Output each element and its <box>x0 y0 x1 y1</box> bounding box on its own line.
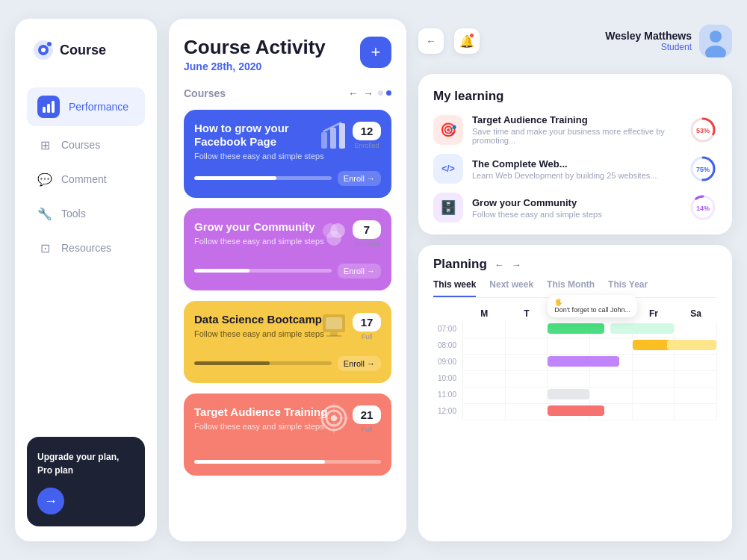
sidebar-item-tools[interactable]: 🔧 Tools <box>27 198 145 229</box>
prev-arrow-button[interactable]: ← <box>348 87 359 99</box>
sidebar-item-performance[interactable]: Performance <box>27 87 145 126</box>
notification-dot <box>469 33 474 38</box>
svg-point-13 <box>326 231 341 246</box>
card-illustration-community <box>315 216 353 256</box>
course-card-target[interactable]: Target Audience Training Follow these ea… <box>184 393 391 476</box>
svg-rect-15 <box>326 317 342 329</box>
user-role: Student <box>605 42 692 52</box>
count-label-datascience: Full <box>353 333 381 340</box>
time-1000: 10:00 <box>433 371 463 388</box>
nav-arrows: ← → <box>348 87 391 99</box>
tools-icon: 🔧 <box>37 206 52 221</box>
user-name: Wesley Matthews <box>605 30 692 42</box>
enroll-button-datascience[interactable]: Enroll → <box>338 356 381 371</box>
right-panel: ← 🔔 Wesley Matthews Student <box>418 19 732 541</box>
top-bar: ← 🔔 Wesley Matthews Student <box>418 19 732 63</box>
count-badge-fb: 12 <box>353 122 381 140</box>
planning-prev-button[interactable]: ← <box>495 259 504 270</box>
svg-text:14%: 14% <box>696 205 710 212</box>
cal-header-fr: Fr <box>633 305 675 322</box>
logo-icon <box>33 40 54 60</box>
cal-event-green-ext <box>610 323 675 334</box>
sidebar-item-resources[interactable]: ⊡ Resources <box>27 232 145 264</box>
course-card-datascience[interactable]: Data Science Bootcamp Follow these easy … <box>184 301 391 383</box>
notification-icon[interactable]: 🔔 <box>454 28 480 54</box>
time-0700: 07:00 <box>433 322 463 338</box>
svg-rect-4 <box>43 107 46 113</box>
learning-item-target[interactable]: 🎯 Target Audience Training Save time and… <box>433 114 717 145</box>
progress-fill-fb <box>194 176 276 180</box>
pagination-dots <box>378 90 391 96</box>
sidebar-item-courses[interactable]: ⊞ Courses <box>27 129 145 161</box>
learning-panel: My learning 🎯 Target Audience Training S… <box>418 74 732 234</box>
sidebar-logo: Course <box>27 40 145 60</box>
add-button[interactable]: + <box>360 37 391 68</box>
course-desc-datascience: Follow these easy and simple steps <box>194 329 324 338</box>
comment-icon: 💬 <box>37 172 52 187</box>
learning-item-community[interactable]: 🗄️ Grow your Community Follow these easy… <box>433 193 717 223</box>
back-button[interactable]: ← <box>418 28 444 54</box>
pro-plan-label: Pro plan <box>37 465 73 476</box>
time-0800: 08:00 <box>433 338 463 355</box>
course-card-community[interactable]: Grow your Community Follow these easy an… <box>184 208 391 290</box>
user-info: Wesley Matthews Student <box>605 25 732 57</box>
svg-text:75%: 75% <box>696 166 710 173</box>
progress-circle-webdev: 75% <box>689 155 717 183</box>
enroll-button-fb[interactable]: Enroll → <box>338 171 381 186</box>
count-label-target: Full <box>353 426 381 433</box>
svg-point-2 <box>41 48 46 52</box>
sidebar: Course Performance ⊞ Courses 💬 Comm <box>15 19 157 541</box>
next-arrow-button[interactable]: → <box>363 87 374 99</box>
nav-items: Performance ⊞ Courses 💬 Comment 🔧 Tools … <box>27 87 145 425</box>
learning-icon-community: 🗄️ <box>433 193 463 223</box>
course-desc-community: Follow these easy and simple steps <box>194 237 324 246</box>
course-name-fb: How to grow your Facebook Page <box>194 122 329 149</box>
performance-icon <box>37 96 60 118</box>
course-desc-fb: Follow these easy and simple steps <box>194 152 329 161</box>
dot-2 <box>386 90 391 96</box>
li-desc-community: Follow these easy and simple steps <box>472 210 680 219</box>
course-card-fb[interactable]: How to grow your Facebook Page Follow th… <box>184 110 391 198</box>
app-container: Course Performance ⊞ Courses 💬 Comm <box>15 19 732 541</box>
tab-this-week[interactable]: This week <box>433 279 476 297</box>
time-1200: 12:00 <box>433 404 463 420</box>
panel-title: Course Activity <box>184 37 326 58</box>
cal-event-green <box>548 323 604 334</box>
planning-title: Planning <box>433 257 487 272</box>
svg-point-24 <box>710 31 722 43</box>
cal-event-gray <box>548 389 589 399</box>
course-name-datascience: Data Science Bootcamp <box>194 313 324 326</box>
user-avatar <box>699 25 732 57</box>
planning-panel: Planning ← → This week Next week This Mo… <box>418 245 732 541</box>
tab-next-week[interactable]: Next week <box>489 279 533 297</box>
li-desc-target: Save time and make your business more ef… <box>472 127 680 145</box>
courses-icon: ⊞ <box>37 137 52 152</box>
upgrade-text: Upgrade your plan, Pro plan <box>37 450 134 477</box>
progress-fill-datascience <box>194 361 270 365</box>
svg-rect-5 <box>47 104 50 113</box>
upgrade-button[interactable]: → <box>37 488 64 514</box>
count-label-community: Enrolled <box>353 240 381 248</box>
count-label-fb: Enrolled <box>353 142 381 149</box>
li-title-target: Target Audience Training <box>472 114 680 125</box>
learning-item-webdev[interactable]: </> The Complete Web... Learn Web Develo… <box>433 154 717 184</box>
li-title-community: Grow your Community <box>472 197 680 208</box>
enroll-button-community[interactable]: Enroll → <box>338 264 381 279</box>
sidebar-item-tools-label: Tools <box>61 208 86 220</box>
svg-rect-6 <box>52 101 55 113</box>
time-0900: 09:00 <box>433 355 463 371</box>
card-illustration-target <box>315 399 353 440</box>
sidebar-item-resources-label: Resources <box>61 242 111 254</box>
planning-next-button[interactable]: → <box>512 259 521 270</box>
sidebar-item-courses-label: Courses <box>61 139 100 151</box>
sidebar-item-comment[interactable]: 💬 Comment <box>27 164 145 195</box>
courses-nav: Courses ← → <box>184 87 391 99</box>
progress-fill-target <box>194 460 325 464</box>
sidebar-item-performance-label: Performance <box>69 101 128 113</box>
svg-rect-9 <box>339 123 345 149</box>
li-desc-webdev: Learn Web Development by building 25 web… <box>472 171 680 180</box>
sidebar-item-comment-label: Comment <box>61 173 107 185</box>
cal-header-t: T <box>506 305 548 322</box>
course-cards: How to grow your Facebook Page Follow th… <box>184 110 391 476</box>
svg-text:53%: 53% <box>696 127 710 134</box>
